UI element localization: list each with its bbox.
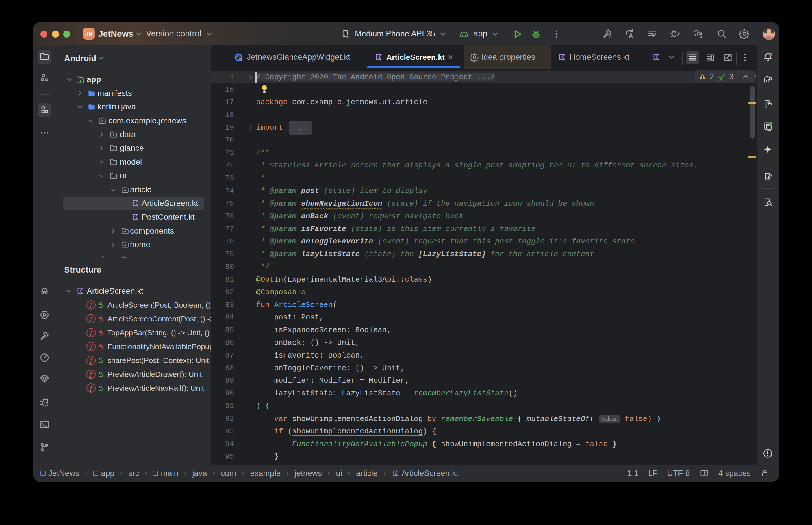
- svg-text:A: A: [629, 32, 633, 39]
